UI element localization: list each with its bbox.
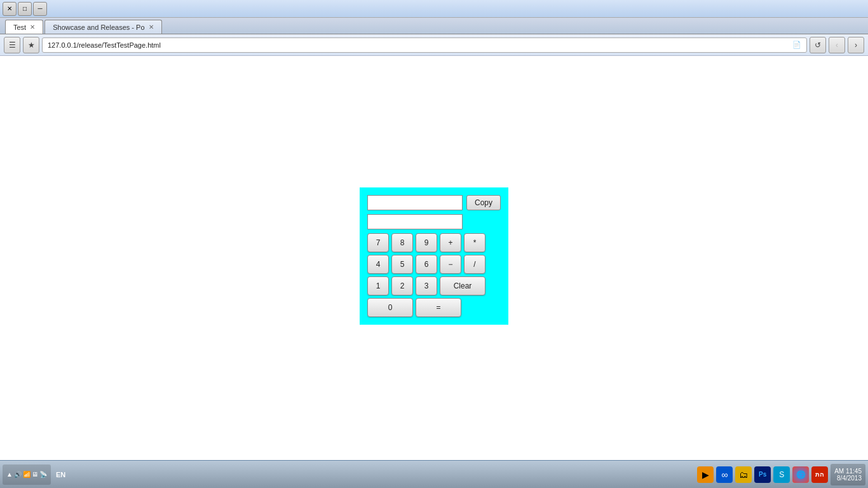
btn-8[interactable]: 8 [391, 233, 413, 252]
btn-2[interactable]: 2 [391, 276, 413, 295]
calc-row-4: 0 = [367, 298, 501, 317]
btn-3[interactable]: 3 [416, 276, 437, 295]
calc-display[interactable] [367, 214, 463, 229]
btn-equals[interactable]: = [416, 298, 461, 317]
close-window-button[interactable]: ✕ [3, 2, 17, 16]
tab-test[interactable]: Test ✕ [5, 20, 43, 34]
tab-test-close[interactable]: ✕ [30, 24, 35, 30]
calc-buttons: 7 8 9 + * 4 5 6 − / 1 2 3 Clear [367, 233, 501, 317]
calc-row-3: 1 2 3 Clear [367, 276, 501, 295]
title-bar: ✕ □ ─ [0, 0, 868, 18]
btn-9[interactable]: 9 [416, 233, 437, 252]
btn-4[interactable]: 4 [367, 255, 389, 274]
nav-bar: ☰ ★ 127.0.0.1/release/TestTestPage.html … [0, 34, 868, 56]
address-bar[interactable]: 127.0.0.1/release/TestTestPage.html 📄 [42, 37, 807, 53]
menu-button[interactable]: ☰ [4, 37, 20, 53]
window-controls: ✕ □ ─ [3, 2, 47, 16]
tab-showcase[interactable]: Showcase and Releases - Po ✕ [44, 20, 161, 34]
maximize-window-button[interactable]: □ [18, 2, 32, 16]
btn-7[interactable]: 7 [367, 233, 389, 252]
page-content: Copy 7 8 9 + * 4 5 6 − / [0, 56, 868, 456]
tab-showcase-label: Showcase and Releases - Po [53, 24, 144, 31]
forward-button[interactable]: › [848, 37, 864, 53]
calc-display-row [367, 214, 501, 229]
btn-clear[interactable]: Clear [440, 276, 485, 295]
copy-button[interactable]: Copy [466, 195, 501, 210]
page-icon: 📄 [792, 41, 801, 49]
btn-5[interactable]: 5 [391, 255, 413, 274]
btn-zero[interactable]: 0 [367, 298, 413, 317]
calculator-widget: Copy 7 8 9 + * 4 5 6 − / [360, 187, 508, 325]
btn-minus[interactable]: − [440, 255, 461, 274]
btn-multiply[interactable]: * [464, 233, 485, 252]
btn-1[interactable]: 1 [367, 276, 389, 295]
calc-top-row: Copy [367, 195, 501, 210]
tab-test-label: Test [13, 24, 26, 31]
btn-6[interactable]: 6 [416, 255, 437, 274]
btn-divide[interactable]: / [464, 255, 485, 274]
address-text: 127.0.0.1/release/TestTestPage.html [48, 41, 789, 49]
minimize-window-button[interactable]: ─ [33, 2, 47, 16]
calc-row-1: 7 8 9 + * [367, 233, 501, 252]
back-button[interactable]: ‹ [829, 37, 845, 53]
tab-bar: Test ✕ Showcase and Releases - Po ✕ [0, 18, 868, 34]
calc-input[interactable] [367, 195, 463, 210]
bookmark-button[interactable]: ★ [23, 37, 39, 53]
btn-plus[interactable]: + [440, 233, 461, 252]
refresh-button[interactable]: ↺ [810, 37, 826, 53]
calc-row-2: 4 5 6 − / [367, 255, 501, 274]
tab-showcase-close[interactable]: ✕ [149, 24, 154, 30]
